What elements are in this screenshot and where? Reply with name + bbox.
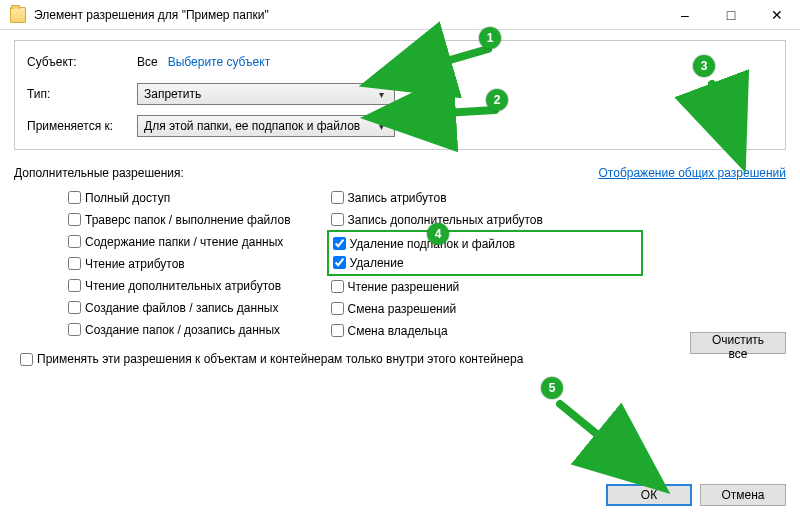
permission-checkbox[interactable] xyxy=(333,256,346,269)
permission-item[interactable]: Создание папок / дозапись данных xyxy=(68,320,291,339)
permission-item[interactable]: Чтение атрибутов xyxy=(68,254,291,273)
permission-checkbox[interactable] xyxy=(331,191,344,204)
permission-checkbox[interactable] xyxy=(331,324,344,337)
permission-item[interactable]: Смена разрешений xyxy=(331,299,543,318)
applies-label: Применяется к: xyxy=(27,119,137,133)
minimize-button[interactable]: – xyxy=(662,0,708,29)
permission-checkbox[interactable] xyxy=(68,279,81,292)
permission-label: Запись дополнительных атрибутов xyxy=(348,213,543,227)
permission-item[interactable]: Чтение дополнительных атрибутов xyxy=(68,276,291,295)
dialog-footer: ОК Отмена xyxy=(606,484,786,506)
apply-only-checkbox[interactable] xyxy=(20,353,33,366)
permission-checkbox[interactable] xyxy=(68,191,81,204)
cancel-button[interactable]: Отмена xyxy=(700,484,786,506)
principal-group: Субъект: Все Выберите субъект Тип: Запре… xyxy=(14,40,786,150)
permission-item[interactable]: Смена владельца xyxy=(331,321,543,340)
permission-item[interactable]: Содержание папки / чтение данных xyxy=(68,232,291,251)
permission-item[interactable]: Создание файлов / запись данных xyxy=(68,298,291,317)
permission-label: Удаление xyxy=(350,256,404,270)
permissions-column-left: Полный доступТраверс папок / выполнение … xyxy=(68,188,291,340)
permission-label: Создание папок / дозапись данных xyxy=(85,323,280,337)
permission-label: Создание файлов / запись данных xyxy=(85,301,278,315)
chevron-down-icon: ▾ xyxy=(374,89,388,100)
permission-label: Чтение разрешений xyxy=(348,280,460,294)
clear-all-button[interactable]: Очистить все xyxy=(690,332,786,354)
permission-item[interactable]: Удаление xyxy=(333,253,541,272)
permission-checkbox[interactable] xyxy=(68,301,81,314)
select-subject-link[interactable]: Выберите субъект xyxy=(168,55,270,69)
type-dropdown[interactable]: Запретить ▾ xyxy=(137,83,395,105)
subject-value: Все xyxy=(137,55,158,69)
permission-item[interactable]: Запись атрибутов xyxy=(331,188,543,207)
permissions-column-right: Запись атрибутовЗапись дополнительных ат… xyxy=(331,188,543,340)
folder-icon xyxy=(10,7,26,23)
permission-label: Смена разрешений xyxy=(348,302,457,316)
applies-dropdown[interactable]: Для этой папки, ее подпапок и файлов ▾ xyxy=(137,115,395,137)
permission-checkbox[interactable] xyxy=(68,323,81,336)
permission-label: Запись атрибутов xyxy=(348,191,447,205)
window-controls: – □ ✕ xyxy=(662,0,800,29)
titlebar: Элемент разрешения для "Пример папки" – … xyxy=(0,0,800,30)
annotation-badge: 1 xyxy=(479,27,501,49)
advanced-permissions: Дополнительные разрешения: Отображение о… xyxy=(14,166,786,366)
applies-selected: Для этой папки, ее подпапок и файлов xyxy=(144,119,374,133)
annotation-badge: 3 xyxy=(693,55,715,77)
permission-checkbox[interactable] xyxy=(331,213,344,226)
permission-label: Содержание папки / чтение данных xyxy=(85,235,283,249)
highlight-box: Удаление подпапок и файловУдаление xyxy=(327,230,643,276)
apply-only-label: Применять эти разрешения к объектам и ко… xyxy=(37,352,523,366)
type-label: Тип: xyxy=(27,87,137,101)
permission-checkbox[interactable] xyxy=(331,302,344,315)
permission-label: Смена владельца xyxy=(348,324,448,338)
permission-item[interactable]: Траверс папок / выполнение файлов xyxy=(68,210,291,229)
subject-label: Субъект: xyxy=(27,55,137,69)
permission-checkbox[interactable] xyxy=(68,257,81,270)
permission-checkbox[interactable] xyxy=(331,280,344,293)
window-title: Элемент разрешения для "Пример папки" xyxy=(34,8,662,22)
permission-label: Чтение атрибутов xyxy=(85,257,185,271)
permission-checkbox[interactable] xyxy=(68,235,81,248)
permission-label: Траверс папок / выполнение файлов xyxy=(85,213,291,227)
chevron-down-icon: ▾ xyxy=(374,121,388,132)
type-selected: Запретить xyxy=(144,87,374,101)
advanced-title: Дополнительные разрешения: xyxy=(14,166,184,180)
svg-line-3 xyxy=(560,404,658,484)
show-basic-permissions-link[interactable]: Отображение общих разрешений xyxy=(599,166,786,180)
permission-label: Полный доступ xyxy=(85,191,170,205)
annotation-badge: 5 xyxy=(541,377,563,399)
permission-label: Чтение дополнительных атрибутов xyxy=(85,279,281,293)
annotation-badge: 2 xyxy=(486,89,508,111)
permission-item[interactable]: Полный доступ xyxy=(68,188,291,207)
permission-checkbox[interactable] xyxy=(333,237,346,250)
close-button[interactable]: ✕ xyxy=(754,0,800,29)
permission-item[interactable]: Чтение разрешений xyxy=(331,277,543,296)
ok-button[interactable]: ОК xyxy=(606,484,692,506)
annotation-badge: 4 xyxy=(427,223,449,245)
maximize-button[interactable]: □ xyxy=(708,0,754,29)
permission-checkbox[interactable] xyxy=(68,213,81,226)
